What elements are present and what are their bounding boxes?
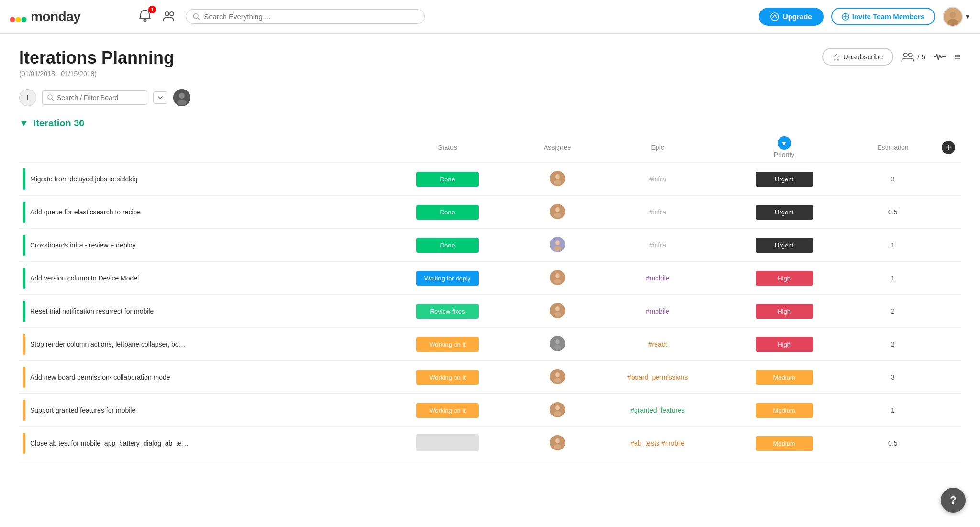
status-cell[interactable]: Review fixes [377, 295, 518, 328]
priority-cell[interactable]: High [718, 328, 849, 361]
filter-dropdown-button[interactable] [153, 91, 167, 104]
priority-cell[interactable]: Urgent [718, 229, 849, 262]
avatar-dropdown-arrow[interactable]: ▼ [965, 13, 970, 20]
svg-point-39 [555, 339, 560, 344]
estimation-cell: 2 [850, 328, 936, 361]
status-badge[interactable]: Done [416, 172, 479, 187]
menu-button[interactable]: ≡ [954, 50, 961, 64]
status-badge[interactable]: Review fixes [416, 304, 479, 319]
priority-badge[interactable]: High [756, 337, 813, 352]
table-row: Crossboards infra - review + deploy Done… [19, 229, 961, 262]
epic-tag[interactable]: #mobile [646, 307, 669, 315]
status-badge[interactable]: Working on it [416, 337, 479, 352]
avatar-image [550, 237, 565, 252]
epic-tag[interactable]: #react [648, 340, 667, 348]
avatar-image [550, 270, 565, 285]
unsubscribe-button[interactable]: Unsubscribe [822, 48, 893, 66]
epic-tag[interactable]: #ab_tests #mobile [630, 439, 685, 447]
pulse-button[interactable] [933, 50, 947, 64]
svg-line-7 [198, 18, 199, 19]
assignee-avatar[interactable] [550, 336, 565, 351]
priority-cell[interactable]: High [718, 295, 849, 328]
notifications-button[interactable]: 1 [136, 7, 154, 26]
priority-badge[interactable]: Medium [756, 436, 813, 451]
task-name: Stop render column actions, leftpane col… [30, 340, 186, 348]
global-search[interactable] [186, 9, 425, 24]
task-cell: Support granted features for mobile [19, 394, 377, 427]
priority-cell[interactable]: Urgent [718, 196, 849, 229]
upgrade-icon [770, 12, 779, 21]
invite-team-button[interactable]: Invite Team Members [831, 8, 935, 25]
filter-info-button[interactable]: I [19, 89, 36, 106]
priority-badge[interactable]: Urgent [756, 238, 813, 253]
assignee-cell [518, 427, 597, 460]
team-button[interactable] [160, 7, 178, 26]
status-cell[interactable]: Done [377, 229, 518, 262]
iteration-toggle[interactable]: ▼ [19, 118, 29, 129]
assignee-avatar[interactable] [550, 270, 565, 285]
estimation-cell: 3 [850, 163, 936, 196]
filter-search-input[interactable] [57, 94, 141, 101]
epic-tag[interactable]: #board_permissions [627, 373, 688, 381]
iteration-title: Iteration 30 [33, 118, 85, 129]
priority-badge[interactable]: Urgent [756, 172, 813, 187]
estimation-cell: 1 [850, 229, 936, 262]
avatar-image [550, 336, 565, 351]
status-cell[interactable]: Waiting for deply [377, 262, 518, 295]
assignee-avatar[interactable] [550, 435, 565, 450]
priority-badge[interactable]: Medium [756, 370, 813, 385]
user-avatar[interactable] [943, 7, 963, 27]
priority-badge[interactable]: High [756, 304, 813, 319]
status-cell[interactable] [377, 427, 518, 460]
assignee-avatar[interactable] [550, 171, 565, 186]
search-icon [193, 13, 200, 21]
status-cell[interactable]: Working on it [377, 394, 518, 427]
col-header-epic: Epic [597, 133, 718, 163]
assignee-avatar[interactable] [550, 402, 565, 417]
priority-cell[interactable]: Medium [718, 394, 849, 427]
priority-cell[interactable]: Medium [718, 361, 849, 394]
upgrade-button[interactable]: Upgrade [759, 8, 824, 26]
status-cell[interactable]: Done [377, 163, 518, 196]
avatar-image [550, 171, 565, 186]
priority-badge[interactable]: Medium [756, 403, 813, 418]
priority-badge[interactable]: High [756, 271, 813, 286]
pulse-icon [933, 50, 947, 64]
assignee-cell [518, 229, 597, 262]
svg-point-33 [555, 273, 560, 278]
status-badge[interactable]: Working on it [416, 370, 479, 385]
status-cell[interactable]: Working on it [377, 361, 518, 394]
status-empty[interactable] [416, 434, 479, 451]
assignee-avatar[interactable] [550, 303, 565, 318]
assignee-avatar[interactable] [550, 369, 565, 384]
assignee-cell [518, 262, 597, 295]
priority-cell[interactable]: Medium [718, 427, 849, 460]
priority-cell[interactable]: High [718, 262, 849, 295]
status-badge[interactable]: Working on it [416, 403, 479, 418]
assignee-avatar[interactable] [550, 204, 565, 219]
priority-cell[interactable]: Urgent [718, 163, 849, 196]
search-input[interactable] [204, 12, 418, 21]
logo-area: monday [10, 9, 124, 24]
epic-tag[interactable]: #infra [649, 241, 666, 249]
add-column-button[interactable]: + [942, 141, 955, 154]
epic-tag[interactable]: #infra [649, 175, 666, 183]
priority-dropdown-button[interactable]: ▼ [778, 136, 791, 150]
avatar-image [550, 204, 565, 219]
status-badge[interactable]: Done [416, 238, 479, 253]
status-badge[interactable]: Done [416, 205, 479, 220]
epic-tag[interactable]: #infra [649, 208, 666, 216]
status-badge[interactable]: Waiting for deply [416, 271, 479, 286]
table-row: Add new board permission- collaboration … [19, 361, 961, 394]
members-count-text: / 5 [917, 53, 925, 61]
status-cell[interactable]: Working on it [377, 328, 518, 361]
svg-point-27 [555, 207, 560, 212]
epic-tag[interactable]: #granted_features [630, 406, 685, 414]
estimation-cell: 0.5 [850, 196, 936, 229]
priority-badge[interactable]: Urgent [756, 205, 813, 220]
epic-tag[interactable]: #mobile [646, 274, 669, 282]
filter-avatar[interactable] [173, 89, 190, 106]
top-navigation: monday 1 [0, 0, 980, 34]
assignee-avatar[interactable] [550, 237, 565, 252]
status-cell[interactable]: Done [377, 196, 518, 229]
